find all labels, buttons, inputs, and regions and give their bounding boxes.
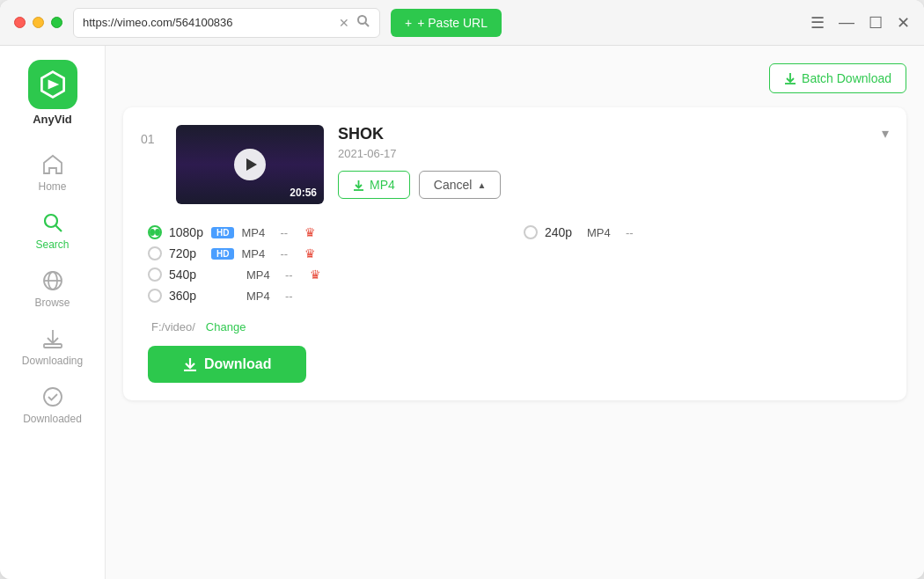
logo-icon <box>37 69 69 100</box>
radio-540p[interactable] <box>148 268 162 282</box>
premium-icon-720p: ♛ <box>304 246 316 260</box>
quality-option-1080p[interactable]: 1080p HD MP4 -- ♛ <box>148 222 506 243</box>
video-date: 2021-06-17 <box>338 147 868 160</box>
downloading-icon <box>40 326 65 351</box>
sidebar-item-search[interactable]: Search <box>0 202 105 260</box>
hd-badge-1080p: HD <box>211 227 234 238</box>
url-text: https://vimeo.com/564100836 <box>83 16 332 29</box>
video-index: 01 <box>141 132 162 146</box>
quality-option-720p[interactable]: 720p HD MP4 -- ♛ <box>148 243 506 264</box>
change-path-link[interactable]: Change <box>206 320 246 333</box>
download-icon <box>784 72 796 84</box>
restore-button[interactable]: ☐ <box>869 13 883 33</box>
play-button[interactable] <box>234 149 266 180</box>
traffic-lights <box>14 17 62 28</box>
format-240p: MP4 <box>587 226 619 239</box>
chevron-up-icon: ▲ <box>477 180 486 190</box>
minimize-button[interactable]: — <box>839 13 854 32</box>
expand-icon[interactable]: ▾ <box>882 125 889 142</box>
url-clear-button[interactable]: ✕ <box>339 16 349 30</box>
svg-rect-7 <box>44 344 62 348</box>
size-1080p: -- <box>280 226 297 239</box>
premium-icon-540p: ♛ <box>310 268 321 282</box>
plus-icon: + <box>405 16 412 30</box>
sidebar-item-downloading-label: Downloading <box>22 355 83 367</box>
home-icon <box>40 152 65 177</box>
downloaded-icon <box>40 385 65 409</box>
format-720p: MP4 <box>241 247 273 260</box>
sidebar-item-downloaded-label: Downloaded <box>23 413 82 425</box>
paste-url-button[interactable]: + + Paste URL <box>391 9 502 37</box>
maximize-window-button[interactable] <box>51 17 62 28</box>
batch-download-button[interactable]: Batch Download <box>769 63 906 93</box>
size-720p: -- <box>280 247 297 260</box>
search-icon[interactable] <box>356 14 370 32</box>
video-header: 01 20:56 SHOK 2021-06-17 <box>141 125 889 204</box>
svg-point-9 <box>44 388 62 406</box>
close-window-button[interactable] <box>14 17 26 28</box>
radio-720p[interactable] <box>148 246 162 260</box>
format-360p: MP4 <box>246 290 278 303</box>
content-area: Batch Download 01 20:56 SHO <box>106 46 924 579</box>
radio-360p[interactable] <box>148 289 162 303</box>
sidebar-item-downloading[interactable]: Downloading <box>0 318 105 376</box>
sidebar-item-home-label: Home <box>38 180 66 193</box>
radio-1080p[interactable] <box>148 225 162 239</box>
sidebar-item-browse-label: Browse <box>34 297 70 309</box>
app-window: https://vimeo.com/564100836 ✕ + + Paste … <box>0 0 924 579</box>
size-540p: -- <box>285 268 303 282</box>
file-path-text: F:/video/ <box>151 320 195 333</box>
window-controls: ☰ — ☐ ✕ <box>810 13 910 33</box>
svg-line-3 <box>55 226 62 232</box>
svg-point-0 <box>358 16 366 24</box>
sidebar-item-search-label: Search <box>35 238 69 251</box>
quality-label-1080p: 1080p <box>169 225 204 239</box>
download-btn-icon <box>183 357 197 371</box>
format-540p: MP4 <box>246 268 278 282</box>
file-path-row: F:/video/ Change <box>148 320 882 333</box>
quality-col-left: 1080p HD MP4 -- ♛ 720p HD <box>148 222 506 306</box>
video-card: 01 20:56 SHOK 2021-06-17 <box>123 107 906 400</box>
mp4-download-icon <box>353 180 364 191</box>
app-name: AnyVid <box>33 113 72 126</box>
cancel-button[interactable]: Cancel ▲ <box>419 171 502 199</box>
download-button[interactable]: Download <box>148 346 306 383</box>
video-duration: 20:56 <box>290 187 317 199</box>
close-button[interactable]: ✕ <box>897 13 910 33</box>
paste-url-label: + Paste URL <box>417 16 488 30</box>
size-360p: -- <box>285 290 303 303</box>
quality-section: 1080p HD MP4 -- ♛ 720p HD <box>141 222 889 383</box>
quality-option-240p[interactable]: 240p MP4 -- <box>524 222 882 243</box>
sidebar: AnyVid Home Search <box>0 46 106 579</box>
quality-label-540p: 540p <box>169 268 204 282</box>
video-info: SHOK 2021-06-17 MP4 <box>338 125 868 199</box>
video-thumbnail[interactable]: 20:56 <box>176 125 324 204</box>
quality-label-360p: 360p <box>169 289 204 303</box>
quality-option-360p[interactable]: 360p MP4 -- <box>148 285 506 306</box>
quality-label-720p: 720p <box>169 246 204 260</box>
mp4-button[interactable]: MP4 <box>338 171 410 199</box>
quality-label-240p: 240p <box>545 225 580 239</box>
main-layout: AnyVid Home Search <box>0 46 924 579</box>
video-title: SHOK <box>338 125 868 143</box>
radio-240p[interactable] <box>524 225 538 239</box>
minimize-window-button[interactable] <box>33 17 44 28</box>
video-actions: MP4 Cancel ▲ <box>338 171 868 199</box>
app-logo <box>28 60 77 109</box>
format-1080p: MP4 <box>241 226 273 239</box>
mp4-label: MP4 <box>370 178 395 192</box>
download-btn-label: Download <box>204 356 271 372</box>
sidebar-item-browse[interactable]: Browse <box>0 260 105 318</box>
hd-badge-720p: HD <box>211 248 234 260</box>
menu-button[interactable]: ☰ <box>810 13 825 33</box>
quality-grid: 1080p HD MP4 -- ♛ 720p HD <box>148 222 882 306</box>
url-bar: https://vimeo.com/564100836 ✕ <box>73 8 380 38</box>
sidebar-item-downloaded[interactable]: Downloaded <box>0 376 105 434</box>
svg-line-1 <box>365 23 369 26</box>
cancel-label: Cancel <box>434 178 473 192</box>
sidebar-item-home[interactable]: Home <box>0 143 105 202</box>
quality-option-540p[interactable]: 540p MP4 -- ♛ <box>148 264 506 285</box>
titlebar: https://vimeo.com/564100836 ✕ + + Paste … <box>0 0 924 46</box>
batch-download-label: Batch Download <box>802 71 891 85</box>
svg-point-2 <box>45 215 57 227</box>
